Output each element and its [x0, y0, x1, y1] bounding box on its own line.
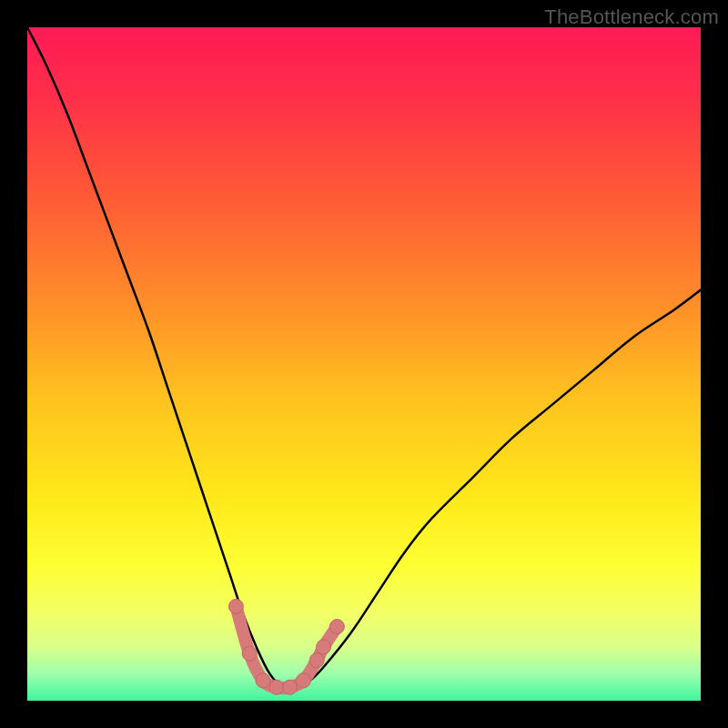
- valley-marker-dot: [329, 620, 344, 634]
- valley-marker-dot: [228, 599, 243, 613]
- valley-marker-dot: [283, 680, 298, 694]
- chart-frame: TheBottleneck.com: [0, 0, 728, 728]
- plot-area: [27, 27, 701, 701]
- valley-marker-dot: [242, 646, 257, 661]
- valley-marker-dot: [309, 653, 324, 668]
- watermark-text: TheBottleneck.com: [544, 5, 719, 29]
- valley-marker-dot: [317, 640, 331, 654]
- bottleneck-chart: [27, 27, 701, 701]
- valley-marker-dot: [256, 673, 270, 688]
- valley-marker-dot: [269, 680, 284, 694]
- valley-marker-dot: [296, 673, 310, 688]
